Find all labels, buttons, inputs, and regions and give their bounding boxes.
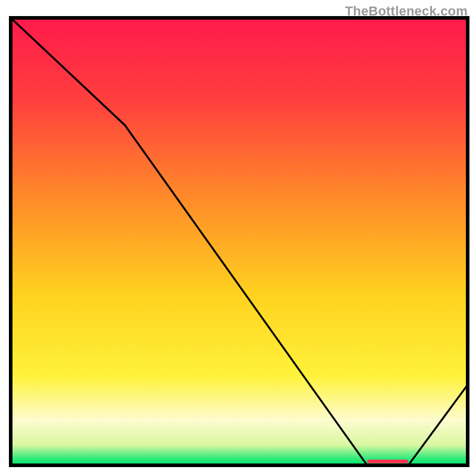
flat-segment-marker [367, 459, 408, 463]
plot-area [11, 18, 468, 465]
chart-container: TheBottleneck.com [0, 0, 476, 476]
gradient-background [11, 18, 468, 465]
bottleneck-chart [0, 0, 476, 476]
watermark-label: TheBottleneck.com [345, 4, 468, 19]
